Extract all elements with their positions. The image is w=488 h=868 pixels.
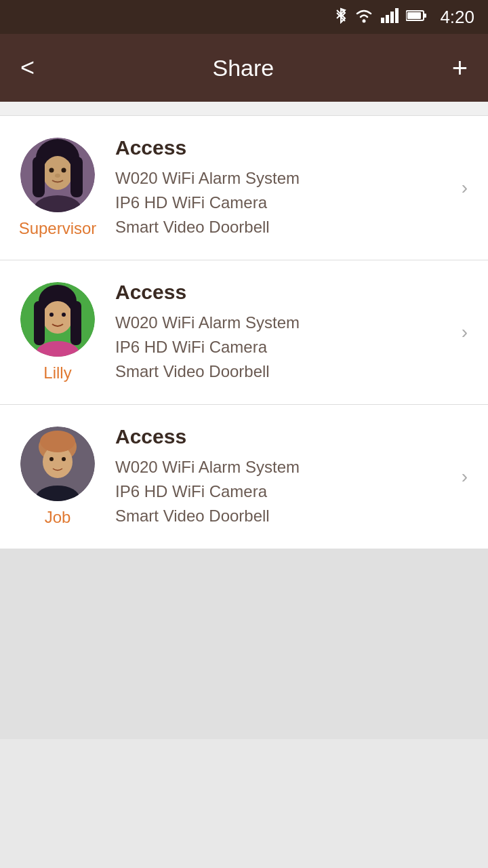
user-row-job[interactable]: Job Access W020 WiFi Alarm System IP6 HD… [0, 405, 488, 549]
access-label-job: Access [115, 425, 441, 448]
device-job-3: Smart Video Doorbell [115, 504, 441, 528]
user-name-job: Job [45, 508, 71, 527]
user-info-lilly: Access W020 WiFi Alarm System IP6 HD WiF… [102, 281, 455, 384]
user-info-supervisor: Access W020 WiFi Alarm System IP6 HD WiF… [102, 136, 455, 239]
status-time: 4:20 [440, 7, 474, 28]
svg-rect-21 [34, 301, 45, 345]
device-lilly-1: W020 WiFi Alarm System [115, 311, 441, 335]
svg-rect-13 [70, 157, 83, 197]
device-supervisor-1: W020 WiFi Alarm System [115, 166, 441, 191]
access-label-lilly: Access [115, 281, 441, 304]
user-info-job: Access W020 WiFi Alarm System IP6 HD WiF… [102, 425, 455, 528]
device-lilly-2: IP6 HD WiFi Camera [115, 335, 441, 359]
svg-rect-22 [70, 301, 81, 345]
device-job-1: W020 WiFi Alarm System [115, 455, 441, 479]
add-button[interactable]: + [452, 53, 468, 83]
device-supervisor-2: IP6 HD WiFi Camera [115, 191, 441, 215]
svg-point-31 [49, 457, 54, 461]
bluetooth-icon [334, 7, 348, 27]
svg-rect-12 [33, 157, 45, 197]
avatar-container-lilly: Lilly [14, 282, 102, 382]
status-icons [334, 7, 426, 27]
device-job-2: IP6 HD WiFi Camera [115, 479, 441, 504]
svg-point-16 [55, 174, 60, 178]
avatar-job [20, 427, 95, 501]
battery-icon [406, 9, 426, 25]
user-name-supervisor: Supervisor [19, 219, 97, 238]
chevron-lilly: › [455, 321, 474, 343]
svg-point-29 [40, 431, 75, 452]
wifi-icon [354, 8, 373, 26]
user-name-lilly: Lilly [43, 363, 71, 382]
device-lilly-3: Smart Video Doorbell [115, 359, 441, 384]
svg-rect-8 [407, 12, 421, 19]
svg-point-15 [62, 168, 66, 173]
chevron-job: › [455, 466, 474, 488]
user-row-supervisor[interactable]: Supervisor Access W020 WiFi Alarm System… [0, 115, 488, 260]
access-label-supervisor: Access [115, 136, 441, 159]
chevron-supervisor: › [455, 177, 474, 199]
share-list: Supervisor Access W020 WiFi Alarm System… [0, 115, 488, 549]
svg-point-20 [43, 301, 73, 334]
avatar-lilly [20, 282, 95, 357]
svg-point-24 [49, 313, 54, 317]
svg-point-25 [62, 313, 66, 317]
svg-rect-5 [395, 8, 399, 23]
page-title: Share [212, 55, 274, 81]
svg-rect-7 [424, 14, 426, 18]
signal-icon [380, 8, 399, 26]
user-row-lilly[interactable]: Lilly Access W020 WiFi Alarm System IP6 … [0, 260, 488, 405]
content-area: Supervisor Access W020 WiFi Alarm System… [0, 102, 488, 739]
svg-point-32 [62, 457, 66, 461]
back-button[interactable]: < [20, 54, 35, 82]
app-header: < Share + [0, 34, 488, 102]
svg-rect-3 [386, 15, 389, 23]
svg-rect-2 [381, 18, 384, 23]
svg-point-1 [363, 19, 366, 22]
device-supervisor-3: Smart Video Doorbell [115, 215, 441, 239]
avatar-supervisor [20, 138, 95, 212]
svg-rect-4 [390, 12, 394, 23]
svg-point-11 [43, 156, 73, 190]
avatar-container-job: Job [14, 427, 102, 527]
svg-point-14 [49, 168, 54, 173]
avatar-container-supervisor: Supervisor [14, 138, 102, 238]
bottom-area [0, 549, 488, 739]
status-bar: 4:20 [0, 0, 488, 34]
